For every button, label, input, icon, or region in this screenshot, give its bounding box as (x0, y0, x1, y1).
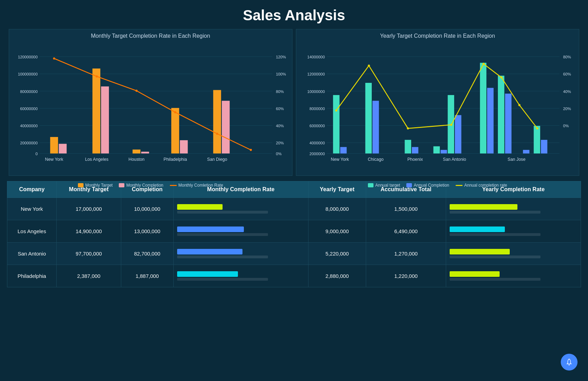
yearly-rate-bg (450, 256, 540, 258)
svg-point-33 (136, 90, 138, 92)
table-row: New York 17,000,000 10,000,000 8,000,000… (7, 198, 581, 220)
svg-text:0: 0 (35, 152, 37, 156)
legend-monthly-completion-box (119, 183, 124, 187)
data-table: Company Monthly Target Completion Monthl… (7, 181, 581, 287)
svg-rect-76 (523, 150, 529, 153)
cell-completion: 82,700,000 (121, 243, 173, 265)
svg-rect-67 (433, 146, 440, 154)
table-row: Los Angeles 14,900,000 13,000,000 9,000,… (7, 220, 581, 243)
svg-rect-68 (440, 150, 447, 153)
svg-rect-72 (487, 88, 493, 153)
svg-point-80 (368, 65, 370, 67)
svg-text:60%: 60% (563, 72, 571, 77)
legend-monthly-rate-label: Monthly Comletion Rate (179, 183, 223, 188)
cell-company: New York (7, 198, 57, 220)
monthly-rate-bar (177, 249, 242, 254)
cell-completion: 10,000,000 (121, 198, 173, 220)
cell-company: San Antonio (7, 243, 57, 265)
cell-acc-total: 1,270,000 (366, 243, 446, 265)
svg-rect-71 (480, 63, 486, 153)
svg-text:60000000: 60000000 (20, 107, 38, 111)
svg-rect-27 (171, 108, 179, 153)
yearly-rate-bar-wrap (450, 227, 577, 236)
cell-yearly-target: 2,880,000 (308, 265, 366, 287)
charts-row: Monthly Target Completion Rate in Each R… (0, 27, 588, 178)
svg-rect-21 (50, 137, 58, 153)
svg-text:10000000: 10000000 (307, 89, 325, 94)
svg-rect-26 (141, 152, 149, 153)
svg-text:14000000: 14000000 (307, 55, 325, 59)
svg-text:20000000: 20000000 (20, 141, 38, 145)
svg-text:80%: 80% (276, 89, 284, 94)
legend-monthly-completion-label: Monthly Completion (126, 183, 163, 188)
svg-text:San Jose: San Jose (507, 157, 525, 162)
cell-monthly-target: 97,700,000 (57, 243, 121, 265)
cell-monthly-rate (173, 265, 308, 287)
svg-point-35 (216, 133, 218, 135)
svg-text:0%: 0% (276, 152, 282, 156)
cell-monthly-rate (173, 243, 308, 265)
yearly-rate-bar (450, 227, 505, 232)
page-title: Sales Analysis (0, 0, 588, 27)
svg-text:100%: 100% (276, 72, 286, 77)
svg-text:Houston: Houston (129, 157, 145, 162)
left-chart-container: Monthly Target Completion Rate in Each R… (9, 29, 292, 176)
cell-monthly-rate (173, 220, 308, 243)
right-chart-title: Yearly Target Completion Rate in Each Re… (302, 33, 574, 39)
fab-button[interactable] (561, 354, 578, 371)
svg-text:20%: 20% (276, 141, 284, 145)
svg-point-83 (482, 63, 484, 65)
left-chart-legend: Monthly Target Monthly Completion Monthl… (14, 183, 287, 188)
monthly-rate-bar (177, 227, 244, 232)
svg-rect-77 (533, 126, 540, 153)
svg-rect-22 (59, 144, 67, 153)
legend-annual-target: Annual target (368, 183, 400, 188)
svg-text:60%: 60% (276, 107, 284, 111)
yearly-rate-bar (450, 204, 517, 210)
legend-monthly-rate: Monthly Comletion Rate (170, 183, 223, 188)
svg-point-84 (500, 77, 502, 79)
legend-annual-rate-label: Annual completion rate (464, 183, 507, 188)
cell-acc-total: 1,220,000 (366, 265, 446, 287)
legend-annual-completion-label: Annual Completion (414, 183, 449, 188)
yearly-rate-bg (450, 278, 540, 281)
svg-rect-66 (412, 147, 418, 153)
legend-annual-target-box (368, 183, 373, 187)
cell-yearly-target: 8,000,000 (308, 198, 366, 220)
table-row: San Antonio 97,700,000 82,700,000 5,220,… (7, 243, 581, 265)
monthly-rate-bar (177, 204, 223, 210)
yearly-rate-bar-wrap (450, 271, 577, 281)
monthly-rate-bar-wrap (177, 249, 305, 258)
cell-monthly-target: 2,387,000 (57, 265, 121, 287)
svg-text:80%: 80% (563, 55, 571, 59)
monthly-rate-bg (177, 233, 268, 236)
svg-text:6000000: 6000000 (309, 124, 325, 128)
svg-text:40000000: 40000000 (20, 124, 38, 128)
cell-yearly-rate (446, 243, 581, 265)
svg-rect-63 (365, 83, 371, 153)
yearly-rate-bar (450, 271, 500, 277)
svg-text:20%: 20% (563, 107, 571, 111)
yearly-rate-bar-wrap (450, 204, 577, 214)
svg-rect-65 (405, 140, 411, 153)
yearly-rate-bg (450, 233, 540, 236)
svg-point-31 (53, 57, 55, 59)
svg-rect-62 (340, 147, 346, 153)
cell-yearly-rate (446, 220, 581, 243)
svg-rect-64 (372, 101, 379, 153)
cell-yearly-target: 5,220,000 (308, 243, 366, 265)
svg-rect-28 (180, 140, 188, 153)
cell-acc-total: 1,500,000 (366, 198, 446, 220)
svg-point-79 (335, 109, 337, 112)
svg-rect-92 (568, 365, 570, 365)
yearly-rate-bar-wrap (450, 249, 577, 258)
monthly-rate-bg (177, 278, 268, 281)
left-chart-title: Monthly Target Completion Rate in Each R… (14, 33, 287, 39)
legend-annual-target-label: Annual target (375, 183, 400, 188)
svg-text:San Diego: San Diego (207, 157, 227, 162)
svg-text:Los Angeles: Los Angeles (85, 157, 108, 162)
svg-rect-74 (505, 94, 511, 153)
cell-completion: 13,000,000 (121, 220, 173, 243)
monthly-rate-bar (177, 271, 238, 277)
svg-text:120%: 120% (276, 55, 286, 59)
